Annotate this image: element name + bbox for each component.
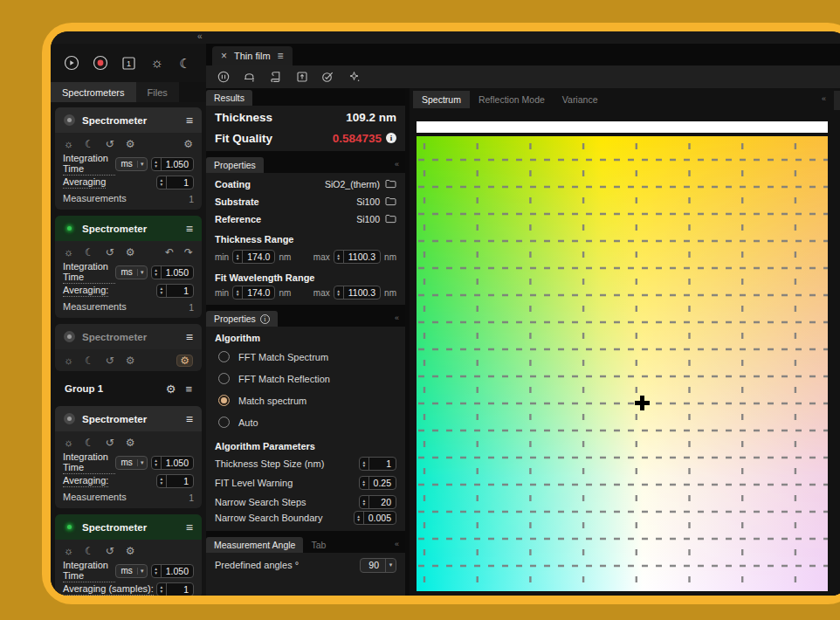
spectrometer-header-5[interactable]: Spectrometer ≡ [55, 514, 202, 540]
counter-icon[interactable]: 1 [120, 54, 137, 72]
unit-select[interactable]: ms▾ [115, 564, 147, 578]
sparkle-icon[interactable] [348, 71, 361, 84]
info-icon[interactable]: i [260, 314, 270, 324]
secondary-tab[interactable]: Tab [303, 537, 334, 553]
reset-icon[interactable]: ↺ [106, 546, 114, 556]
play-icon[interactable] [63, 54, 80, 72]
menu-icon[interactable]: ≡ [186, 114, 193, 127]
sidebar-collapse-icon[interactable]: « [197, 31, 203, 41]
light-icon[interactable]: ☼ [64, 355, 73, 366]
gear-icon[interactable]: ⚙ [126, 139, 135, 149]
thickness-min-stepper[interactable]: ▴▾174.0 [232, 250, 275, 264]
reset-icon[interactable]: ↺ [106, 355, 114, 366]
dark-icon[interactable]: ☾ [85, 139, 94, 149]
tab-spectrometers[interactable]: Spectrometers [51, 82, 136, 102]
algorithm-properties-tab[interactable]: Properties i [206, 311, 278, 327]
narrow-boundary-stepper[interactable]: ▴▾0.005 [354, 511, 396, 525]
spectrometer-header-3[interactable]: Spectrometer ≡ [55, 324, 202, 349]
gear-icon[interactable]: ⚙ [183, 139, 193, 149]
wavelength-min-stepper[interactable]: ▴▾174.0 [232, 286, 275, 300]
gear-icon[interactable]: ⚙ [126, 247, 135, 258]
wavelength-max-stepper[interactable]: ▴▾1100.3 [334, 286, 381, 300]
spectrometer-header-4[interactable]: Spectrometer ≡ [55, 406, 202, 431]
light-icon[interactable]: ☼ [64, 139, 73, 149]
gear-icon[interactable]: ⚙ [126, 355, 135, 366]
light-icon[interactable]: ☼ [64, 437, 73, 448]
script-icon[interactable] [269, 71, 282, 84]
gear-highlighted-icon[interactable]: ⚙ [176, 355, 193, 367]
integration-time-stepper[interactable]: ▴▾1.050 [151, 265, 194, 279]
folder-icon[interactable] [385, 176, 396, 192]
properties-tab[interactable]: Properties [206, 157, 264, 173]
spectrum-tab-0[interactable]: Spectrum [413, 91, 470, 108]
group-row[interactable]: Group 1 ⚙ ≡ [55, 377, 202, 400]
results-tab[interactable]: Results [206, 90, 252, 106]
redo-icon[interactable]: ↷ [184, 247, 193, 258]
info-icon[interactable]: i [386, 133, 396, 143]
algorithm-option-2[interactable]: Match spectrum [206, 389, 405, 411]
spectrometer-header-1[interactable]: Spectrometer ≡ [55, 107, 202, 133]
menu-icon[interactable]: ≡ [186, 223, 193, 235]
brightness-icon[interactable]: ☼ [148, 54, 166, 72]
radio-icon[interactable] [218, 395, 230, 406]
gear-icon[interactable]: ⚙ [126, 437, 135, 448]
export-icon[interactable] [295, 71, 308, 84]
document-tab-thin-film[interactable]: × Thin film ≡ [212, 46, 293, 65]
collapse-icon[interactable]: « [395, 540, 405, 548]
integration-time-stepper[interactable]: ▴▾1.050 [151, 456, 194, 470]
narrow-steps-stepper[interactable]: ▴▾20 [359, 495, 396, 509]
spectrum-tab-2[interactable]: Variance [554, 91, 607, 108]
undo-icon[interactable]: ↶ [165, 247, 174, 258]
integration-time-stepper[interactable]: ▴▾1.050 [151, 157, 194, 171]
algorithm-option-0[interactable]: FFT Match Spectrum [206, 346, 405, 368]
collapse-icon[interactable]: « [822, 94, 826, 103]
validate-icon[interactable] [321, 71, 334, 84]
algorithm-option-1[interactable]: FFT Match Reflection [206, 368, 405, 389]
record-icon[interactable] [92, 54, 109, 72]
pause-icon[interactable] [217, 71, 230, 84]
fit-level-stepper[interactable]: ▴▾0.25 [359, 476, 396, 490]
tab-files[interactable]: Files [136, 82, 179, 102]
menu-icon[interactable]: ≡ [186, 413, 193, 425]
unit-select[interactable]: ms▾ [115, 265, 147, 279]
light-icon[interactable]: ☼ [64, 247, 73, 258]
algorithm-option-3[interactable]: Auto [206, 411, 405, 433]
dark-icon[interactable]: ☾ [85, 437, 94, 448]
unit-select[interactable]: ms▾ [115, 157, 147, 171]
gear-icon[interactable]: ⚙ [166, 383, 176, 395]
spectrum-tab-1[interactable]: Reflection Mode [470, 91, 554, 108]
averaging-stepper[interactable]: ▴▾1 [156, 582, 194, 596]
collapse-icon[interactable]: « [395, 160, 405, 169]
averaging-stepper[interactable]: ▴▾1 [156, 474, 194, 488]
folder-icon[interactable] [385, 211, 396, 227]
chart-marker[interactable] [635, 396, 650, 410]
angle-select[interactable]: 90 ▾ [360, 558, 396, 573]
menu-icon[interactable]: ≡ [186, 331, 193, 343]
integration-time-stepper[interactable]: ▴▾1.050 [151, 564, 194, 578]
stage-icon[interactable] [243, 71, 256, 84]
dark-icon[interactable]: ☾ [85, 355, 94, 366]
unit-select[interactable]: ms▾ [115, 456, 147, 470]
menu-icon[interactable]: ≡ [186, 521, 193, 534]
spectrometer-header-2[interactable]: Spectrometer ≡ [55, 216, 202, 241]
menu-icon[interactable]: ≡ [185, 383, 192, 395]
gear-icon[interactable]: ⚙ [126, 546, 135, 556]
spectrum-chart[interactable] [417, 136, 828, 591]
light-icon[interactable]: ☼ [64, 546, 73, 556]
thickness-max-stepper[interactable]: ▴▾1100.3 [334, 250, 381, 264]
dark-icon[interactable]: ☾ [85, 247, 94, 258]
reset-icon[interactable]: ↺ [106, 139, 114, 149]
tab-menu-icon[interactable]: ≡ [278, 50, 284, 62]
folder-icon[interactable] [385, 194, 396, 210]
radio-icon[interactable] [218, 351, 230, 362]
averaging-stepper[interactable]: ▴▾1 [156, 176, 194, 189]
averaging-stepper[interactable]: ▴▾1 [156, 284, 194, 298]
thickness-step-stepper[interactable]: ▴▾1 [359, 457, 396, 471]
dark-icon[interactable]: ☾ [85, 546, 94, 556]
close-icon[interactable]: × [221, 50, 227, 62]
measurement-angle-tab[interactable]: Measurement Angle [206, 537, 303, 553]
radio-icon[interactable] [218, 373, 230, 384]
collapse-icon[interactable]: « [395, 313, 405, 322]
dark-mode-icon[interactable]: ☾ [176, 54, 194, 72]
reset-icon[interactable]: ↺ [106, 437, 114, 448]
